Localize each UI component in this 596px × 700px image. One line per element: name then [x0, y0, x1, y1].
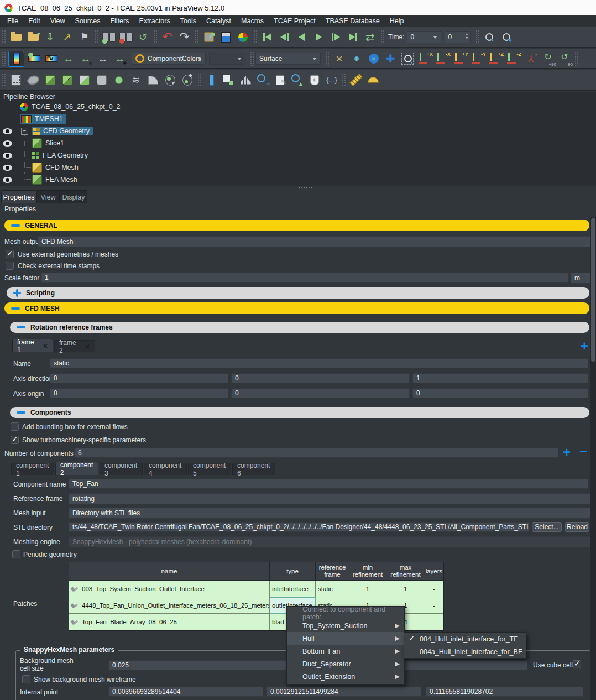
time-value-combo[interactable]: 0	[407, 31, 441, 43]
col-header-reference-frame[interactable]: reference frame	[316, 562, 349, 581]
color-palette-icon[interactable]	[236, 30, 250, 45]
rescale-temporal-icon[interactable]: ↔	[95, 51, 110, 66]
edit-view-options-icon[interactable]	[218, 30, 233, 45]
toolbar-handle[interactable]	[574, 51, 578, 66]
col-header-layers[interactable]: layers	[425, 562, 443, 581]
patch-row-1-frame[interactable]: static	[316, 581, 349, 597]
extract-selection-icon[interactable]	[221, 72, 236, 87]
check-time-checkbox[interactable]	[6, 262, 14, 270]
pipeline-item-fea-mesh[interactable]: FEA Mesh	[32, 174, 77, 186]
internal-point-z-field[interactable]: 0.1116558119028702	[426, 687, 583, 697]
toolbar-handle[interactable]	[2, 30, 6, 44]
eye-icon[interactable]	[3, 177, 12, 183]
context-menu-item-outlet-extension[interactable]: Outlet_Extension▶	[287, 670, 404, 683]
component-3-tab[interactable]: component 3	[100, 463, 143, 475]
slice-icon[interactable]	[60, 72, 75, 87]
section-components[interactable]: Components	[10, 407, 589, 418]
toolbar-handle[interactable]	[197, 73, 201, 87]
view-plus-x-button[interactable]: +X	[417, 51, 433, 66]
pipeline-item-fea-geometry[interactable]: FEA Geometry	[32, 149, 88, 161]
component-name-field[interactable]: Top_Fan	[69, 479, 588, 489]
patch-row-1-max[interactable]: 1	[386, 581, 425, 597]
col-header-max-refinement[interactable]: max refinement	[386, 562, 425, 581]
axis-direction-z-field[interactable]: 1	[412, 373, 588, 383]
component-2-tab[interactable]: component 2	[55, 462, 98, 475]
axis-direction-x-field[interactable]: 0	[50, 373, 228, 383]
vertical-scrollbar[interactable]	[590, 217, 596, 700]
toolbar-handle[interactable]	[380, 30, 384, 44]
vcr-loop-icon[interactable]: ⇄	[363, 30, 378, 45]
glyph-icon[interactable]: ✛	[111, 72, 126, 87]
toolbar-handle[interactable]	[95, 30, 98, 44]
add-frame-button[interactable]: +	[581, 341, 588, 352]
zoom-capture-icon[interactable]	[482, 30, 497, 45]
menu-tbase-database[interactable]: TBASE Database	[321, 17, 385, 25]
protractor-icon[interactable]	[365, 72, 380, 87]
vcr-first-icon[interactable]	[260, 30, 275, 45]
submenu-item-hull-inlet-bf[interactable]: 004a_Hull_inlet_interface_for_BF	[404, 645, 526, 658]
axis-direction-y-field[interactable]: 0	[231, 373, 410, 383]
remove-component-button[interactable]: −	[579, 446, 587, 457]
open-recent-icon[interactable]: ▾	[25, 30, 40, 45]
menu-tools[interactable]: Tools	[175, 17, 201, 25]
calculator-icon[interactable]	[8, 72, 23, 87]
menu-file[interactable]: File	[2, 17, 23, 25]
context-menu-item-top-system-suction[interactable]: Top_System_Suction▶	[287, 619, 404, 632]
vcr-reverse-icon[interactable]	[294, 30, 309, 45]
plot-over-time-icon[interactable]: ≈	[255, 72, 270, 87]
menu-catalyst[interactable]: Catalyst	[201, 17, 236, 25]
toolbar-handle[interactable]	[195, 30, 198, 44]
context-menu-item-bottom-fan[interactable]: Bottom_Fan▶	[287, 645, 404, 657]
point-gaussian-icon[interactable]	[163, 72, 177, 87]
patch-row-1-min[interactable]: 1	[349, 581, 386, 597]
menu-macros[interactable]: Macros	[236, 17, 269, 25]
rotate-90-cw-icon[interactable]: ↻+90	[540, 51, 556, 66]
extract-cells-icon[interactable]	[94, 72, 109, 87]
tab-properties[interactable]: Properties	[1, 190, 36, 203]
save-data-icon[interactable]: ⇩	[43, 30, 57, 45]
view-minus-x-button[interactable]: -X	[435, 51, 451, 66]
internal-point-x-field[interactable]: 0.00396693289514404	[108, 687, 263, 697]
vcr-last-icon[interactable]	[346, 30, 360, 45]
patch-row-1-layers[interactable]: -	[425, 581, 443, 597]
glyph-custom-icon[interactable]: ✳	[307, 72, 322, 87]
rescale-data-range-icon[interactable]: ↔	[61, 51, 76, 66]
reference-frame-combo[interactable]: rotating	[69, 493, 596, 504]
probe-location-icon[interactable]	[204, 72, 219, 87]
representation-combo[interactable]: Surface	[255, 53, 321, 65]
programmable-filter-icon[interactable]: {…}	[324, 72, 339, 87]
component-5-tab[interactable]: component 5	[188, 463, 231, 475]
menu-edit[interactable]: Edit	[23, 17, 45, 25]
zoom-to-data-icon[interactable]: ✛	[349, 51, 364, 66]
bounding-box-checkbox[interactable]	[11, 422, 19, 431]
pipeline-item-source[interactable]: TCAE_08_06_25_chkpt_0_2	[20, 101, 121, 113]
stl-directory-field[interactable]: ts/44_48/TCAE_Twin Rotor Centrifugal Fan…	[69, 522, 530, 532]
ruler-icon[interactable]	[348, 72, 363, 87]
patch-row-2-name[interactable]: 4448_Top_Fan_Union_Outlet_Interface_mete…	[69, 597, 270, 614]
zoom-to-box-icon[interactable]	[400, 51, 415, 66]
component-6-tab[interactable]: component 6	[232, 463, 275, 475]
menu-tcae-project[interactable]: TCAE Project	[269, 17, 321, 25]
turbomachinery-checkbox[interactable]	[11, 436, 19, 444]
toggle-color-legend-icon[interactable]	[8, 51, 24, 67]
patch-row-3-layers[interactable]: -	[425, 614, 443, 630]
clip-icon[interactable]	[43, 72, 57, 87]
frame-2-tab[interactable]: frame 2✕	[54, 340, 95, 352]
frame-1-tab[interactable]: frame 1✕	[12, 339, 53, 352]
num-components-field[interactable]: 6	[74, 448, 558, 458]
rescale-custom-icon[interactable]: ∿	[44, 51, 59, 66]
frame-name-field[interactable]: static	[50, 358, 588, 368]
toolbar-handle[interactable]	[153, 30, 157, 44]
stl-reload-button[interactable]: Reload	[565, 522, 589, 532]
add-component-button[interactable]: +	[563, 447, 571, 458]
eye-icon[interactable]	[3, 140, 12, 147]
pipeline-item-cfd-geometry[interactable]: − CFD Geometry	[21, 125, 93, 137]
splitter-handle[interactable]: ······	[299, 185, 313, 191]
submenu-item-hull-inlet-tf[interactable]: ✓004_Hull_inlet_interface_for_TF	[404, 633, 526, 645]
plot-matrix-icon[interactable]: ▲	[290, 72, 305, 87]
pipeline-item-tmesh1[interactable]: TMESH1	[20, 113, 66, 125]
vcr-back-icon[interactable]	[277, 30, 292, 45]
axis-origin-y-field[interactable]: 0	[231, 388, 410, 398]
scrollbar-thumb[interactable]	[591, 218, 595, 362]
tab-display[interactable]: Display	[60, 190, 87, 203]
